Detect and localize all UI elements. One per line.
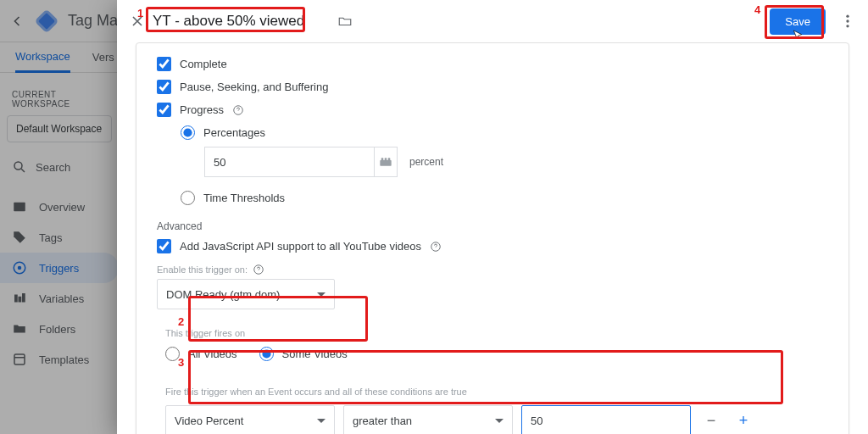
close-icon[interactable] (129, 13, 146, 30)
label-some-videos: Some Videos (282, 348, 348, 360)
percent-suffix: percent (409, 156, 443, 168)
folder-icon[interactable] (337, 14, 353, 29)
enable-on-label: Enable this trigger on: (157, 264, 248, 275)
radio-percentages[interactable] (181, 125, 195, 140)
cursor-icon (791, 29, 804, 42)
enable-on-select[interactable]: DOM Ready (gtm.dom) (157, 279, 335, 309)
remove-condition-button[interactable]: − (699, 409, 723, 432)
label-js-api: Add JavaScript API support to all YouTub… (180, 240, 421, 253)
trigger-name-input[interactable] (151, 9, 329, 33)
svg-rect-17 (388, 158, 391, 160)
checkbox-progress[interactable] (157, 103, 171, 117)
condition-operator-select[interactable]: greater than (343, 405, 513, 434)
save-button[interactable]: Save (770, 8, 826, 35)
save-button-label: Save (785, 15, 810, 28)
radio-all-videos[interactable] (165, 347, 180, 361)
more-icon[interactable] (839, 13, 856, 30)
label-all-videos: All Videos (188, 348, 237, 360)
conditions-label: Fire this trigger when an Event occurs a… (165, 387, 820, 397)
condition-value-input[interactable] (521, 405, 691, 434)
caret-down-icon (495, 419, 504, 423)
radio-time-thresholds[interactable] (181, 191, 195, 205)
help-icon[interactable] (253, 264, 264, 275)
condition-variable-select[interactable]: Video Percent (165, 405, 335, 434)
condition-operator-value: greater than (353, 415, 412, 427)
variable-picker-button[interactable] (374, 147, 398, 177)
help-icon[interactable] (430, 241, 442, 253)
lego-icon (379, 157, 392, 167)
label-pause: Pause, Seeking, and Buffering (180, 81, 328, 93)
fires-on-label: This trigger fires on (165, 328, 820, 338)
svg-point-10 (846, 15, 849, 18)
svg-point-11 (846, 19, 849, 22)
enable-on-value: DOM Ready (gtm.dom) (166, 288, 280, 301)
add-condition-button[interactable]: + (732, 409, 755, 432)
help-icon[interactable] (232, 104, 244, 116)
label-percentages: Percentages (203, 126, 265, 139)
radio-some-videos[interactable] (259, 347, 274, 361)
label-time-thresholds: Time Thresholds (203, 192, 285, 204)
condition-variable-value: Video Percent (175, 415, 243, 427)
checkbox-js-api[interactable] (157, 239, 171, 253)
advanced-heading: Advanced (157, 220, 828, 232)
trigger-editor-panel: Save Complete Pause, Seeking, and Buffer… (117, 0, 868, 434)
checkbox-complete[interactable] (157, 57, 171, 71)
svg-rect-15 (381, 158, 384, 160)
caret-down-icon (317, 292, 326, 297)
label-progress: Progress (180, 103, 224, 116)
checkbox-pause[interactable] (157, 80, 171, 94)
caret-down-icon (317, 419, 326, 423)
svg-rect-14 (380, 160, 391, 166)
svg-rect-16 (385, 158, 387, 160)
label-complete: Complete (180, 58, 227, 70)
percentages-input[interactable] (204, 147, 374, 177)
svg-point-12 (846, 25, 849, 27)
